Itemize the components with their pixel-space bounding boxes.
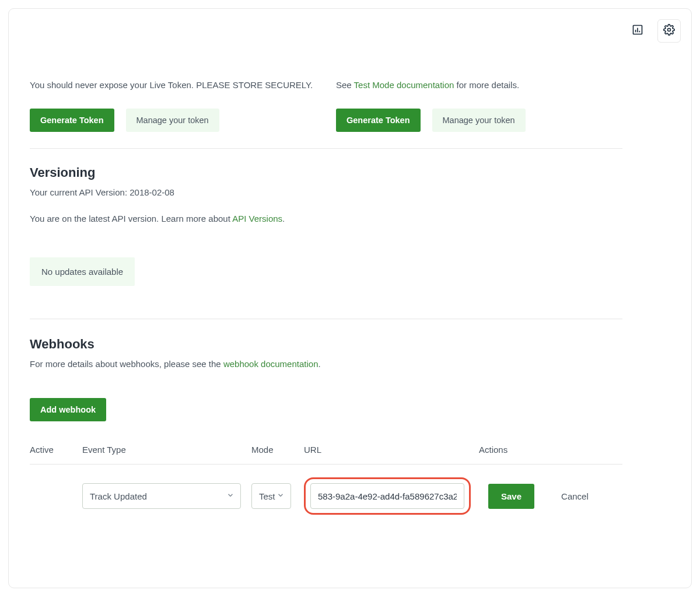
gear-icon (663, 24, 675, 38)
event-type-select[interactable]: Track Updated (82, 483, 241, 509)
th-mode: Mode (251, 445, 304, 455)
live-token-col: You should never expose your Live Token.… (30, 79, 316, 132)
wd-suffix: . (318, 359, 321, 369)
webhook-url-input[interactable] (310, 483, 464, 509)
cell-mode: Test (251, 483, 304, 509)
settings-icon-button[interactable] (657, 19, 681, 43)
event-type-value: Track Updated (90, 491, 147, 501)
api-versions-link[interactable]: API Versions (232, 214, 282, 224)
add-webhook-button[interactable]: Add webhook (30, 398, 106, 421)
scroll-container[interactable]: You should never expose your Live Token.… (17, 79, 683, 578)
th-event-type: Event Type (82, 445, 251, 455)
desc-prefix: See (336, 80, 354, 90)
live-token-buttons: Generate Token Manage your token (30, 109, 316, 132)
save-button[interactable]: Save (488, 484, 534, 509)
wd-prefix: For more details about webhooks, please … (30, 359, 223, 369)
api-version-value: 2018-02-08 (130, 187, 174, 197)
chart-icon-button[interactable] (626, 19, 649, 43)
divider (30, 148, 622, 149)
no-updates-status: No updates available (30, 257, 135, 286)
versioning-title: Versioning (30, 165, 622, 180)
vc-prefix: Your current API Version: (30, 187, 130, 197)
cancel-button[interactable]: Cancel (553, 486, 597, 507)
cell-actions: Save Cancel (479, 484, 622, 509)
webhooks-table-header: Active Event Type Mode URL Actions (30, 437, 622, 465)
test-token-col: See Test Mode documentation for more det… (336, 79, 622, 132)
vl-prefix: You are on the latest API version. Learn… (30, 214, 232, 224)
add-webhook-wrap: Add webhook (30, 398, 622, 421)
live-token-desc: You should never expose your Live Token.… (30, 79, 316, 91)
vl-suffix: . (282, 214, 285, 224)
mode-value: Test (259, 491, 275, 501)
cell-url (304, 477, 479, 515)
test-token-buttons: Generate Token Manage your token (336, 109, 622, 132)
generate-live-token-button[interactable]: Generate Token (30, 109, 114, 132)
webhooks-title: Webhooks (30, 337, 622, 352)
chart-icon (632, 24, 643, 38)
desc-suffix: for more details. (454, 80, 519, 90)
content: You should never expose your Live Token.… (17, 79, 635, 550)
test-token-desc: See Test Mode documentation for more det… (336, 79, 622, 91)
th-active: Active (30, 445, 82, 455)
versioning-current: Your current API Version: 2018-02-08 (30, 186, 622, 198)
th-actions: Actions (479, 445, 622, 455)
cell-event-type: Track Updated (82, 483, 251, 509)
manage-live-token-button[interactable]: Manage your token (126, 109, 219, 132)
token-section: You should never expose your Live Token.… (30, 79, 622, 132)
mode-select[interactable]: Test (251, 483, 291, 509)
divider (30, 319, 622, 319)
th-url: URL (304, 445, 479, 455)
manage-test-token-button[interactable]: Manage your token (432, 109, 526, 132)
webhook-docs-link[interactable]: webhook documentation (223, 359, 318, 369)
no-updates-wrap: No updates available (30, 257, 622, 286)
generate-test-token-button[interactable]: Generate Token (336, 109, 421, 132)
webhooks-desc: For more details about webhooks, please … (30, 358, 622, 370)
chevron-down-icon (276, 491, 285, 501)
url-highlight-ring (304, 477, 471, 515)
top-icon-bar (626, 19, 681, 43)
versioning-latest: You are on the latest API version. Learn… (30, 212, 622, 225)
webhook-row: Track Updated Test Save (30, 465, 622, 515)
chevron-down-icon (226, 491, 235, 501)
svg-point-4 (668, 29, 671, 32)
app-card: You should never expose your Live Token.… (8, 8, 692, 588)
test-mode-docs-link[interactable]: Test Mode documentation (354, 80, 454, 90)
